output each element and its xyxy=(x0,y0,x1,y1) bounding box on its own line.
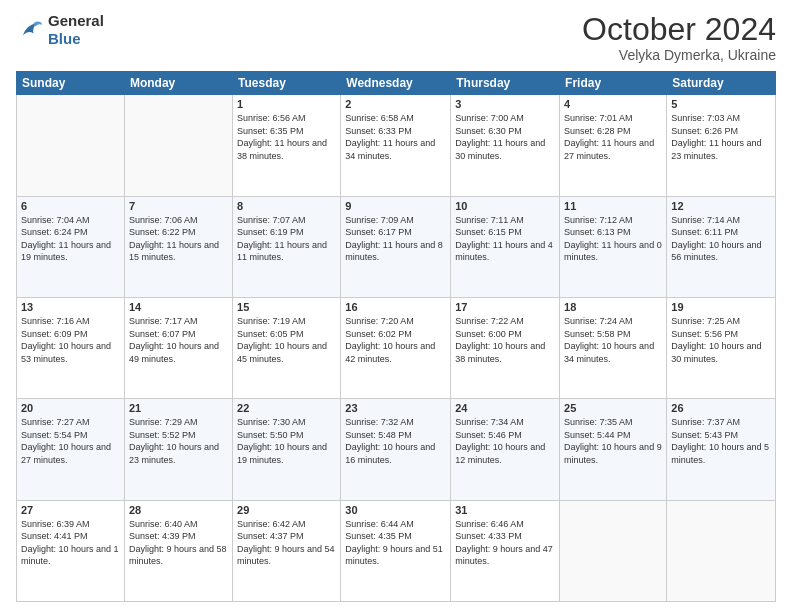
table-row: 12Sunrise: 7:14 AMSunset: 6:11 PMDayligh… xyxy=(667,196,776,297)
logo-icon xyxy=(16,16,44,44)
day-info: Sunrise: 6:42 AMSunset: 4:37 PMDaylight:… xyxy=(237,518,336,568)
table-row xyxy=(17,95,125,196)
header-thursday: Thursday xyxy=(451,72,560,95)
day-info: Sunrise: 7:22 AMSunset: 6:00 PMDaylight:… xyxy=(455,315,555,365)
table-row: 4Sunrise: 7:01 AMSunset: 6:28 PMDaylight… xyxy=(560,95,667,196)
table-row: 5Sunrise: 7:03 AMSunset: 6:26 PMDaylight… xyxy=(667,95,776,196)
table-row: 17Sunrise: 7:22 AMSunset: 6:00 PMDayligh… xyxy=(451,297,560,398)
table-row: 18Sunrise: 7:24 AMSunset: 5:58 PMDayligh… xyxy=(560,297,667,398)
header-friday: Friday xyxy=(560,72,667,95)
logo: General Blue xyxy=(16,12,104,48)
day-info: Sunrise: 6:40 AMSunset: 4:39 PMDaylight:… xyxy=(129,518,228,568)
day-info: Sunrise: 7:34 AMSunset: 5:46 PMDaylight:… xyxy=(455,416,555,466)
table-row: 22Sunrise: 7:30 AMSunset: 5:50 PMDayligh… xyxy=(233,399,341,500)
table-row: 10Sunrise: 7:11 AMSunset: 6:15 PMDayligh… xyxy=(451,196,560,297)
calendar-week-row: 6Sunrise: 7:04 AMSunset: 6:24 PMDaylight… xyxy=(17,196,776,297)
header-sunday: Sunday xyxy=(17,72,125,95)
day-info: Sunrise: 7:11 AMSunset: 6:15 PMDaylight:… xyxy=(455,214,555,264)
day-info: Sunrise: 6:46 AMSunset: 4:33 PMDaylight:… xyxy=(455,518,555,568)
day-number: 10 xyxy=(455,200,555,212)
day-info: Sunrise: 7:14 AMSunset: 6:11 PMDaylight:… xyxy=(671,214,771,264)
day-info: Sunrise: 7:19 AMSunset: 6:05 PMDaylight:… xyxy=(237,315,336,365)
day-number: 11 xyxy=(564,200,662,212)
table-row: 3Sunrise: 7:00 AMSunset: 6:30 PMDaylight… xyxy=(451,95,560,196)
day-info: Sunrise: 7:03 AMSunset: 6:26 PMDaylight:… xyxy=(671,112,771,162)
table-row: 31Sunrise: 6:46 AMSunset: 4:33 PMDayligh… xyxy=(451,500,560,601)
day-number: 27 xyxy=(21,504,120,516)
day-info: Sunrise: 7:12 AMSunset: 6:13 PMDaylight:… xyxy=(564,214,662,264)
table-row: 23Sunrise: 7:32 AMSunset: 5:48 PMDayligh… xyxy=(341,399,451,500)
table-row: 11Sunrise: 7:12 AMSunset: 6:13 PMDayligh… xyxy=(560,196,667,297)
table-row: 8Sunrise: 7:07 AMSunset: 6:19 PMDaylight… xyxy=(233,196,341,297)
weekday-header-row: Sunday Monday Tuesday Wednesday Thursday… xyxy=(17,72,776,95)
table-row xyxy=(667,500,776,601)
logo-blue: Blue xyxy=(48,30,104,48)
day-info: Sunrise: 7:01 AMSunset: 6:28 PMDaylight:… xyxy=(564,112,662,162)
table-row: 24Sunrise: 7:34 AMSunset: 5:46 PMDayligh… xyxy=(451,399,560,500)
day-number: 3 xyxy=(455,98,555,110)
logo-text: General Blue xyxy=(48,12,104,48)
table-row: 9Sunrise: 7:09 AMSunset: 6:17 PMDaylight… xyxy=(341,196,451,297)
day-info: Sunrise: 7:37 AMSunset: 5:43 PMDaylight:… xyxy=(671,416,771,466)
day-number: 19 xyxy=(671,301,771,313)
day-number: 21 xyxy=(129,402,228,414)
day-info: Sunrise: 7:16 AMSunset: 6:09 PMDaylight:… xyxy=(21,315,120,365)
table-row: 1Sunrise: 6:56 AMSunset: 6:35 PMDaylight… xyxy=(233,95,341,196)
day-number: 9 xyxy=(345,200,446,212)
table-row: 21Sunrise: 7:29 AMSunset: 5:52 PMDayligh… xyxy=(124,399,232,500)
day-number: 17 xyxy=(455,301,555,313)
day-number: 25 xyxy=(564,402,662,414)
day-info: Sunrise: 7:04 AMSunset: 6:24 PMDaylight:… xyxy=(21,214,120,264)
day-number: 23 xyxy=(345,402,446,414)
day-info: Sunrise: 7:07 AMSunset: 6:19 PMDaylight:… xyxy=(237,214,336,264)
day-number: 30 xyxy=(345,504,446,516)
day-number: 18 xyxy=(564,301,662,313)
day-number: 4 xyxy=(564,98,662,110)
day-info: Sunrise: 6:39 AMSunset: 4:41 PMDaylight:… xyxy=(21,518,120,568)
day-number: 26 xyxy=(671,402,771,414)
table-row: 30Sunrise: 6:44 AMSunset: 4:35 PMDayligh… xyxy=(341,500,451,601)
day-info: Sunrise: 7:20 AMSunset: 6:02 PMDaylight:… xyxy=(345,315,446,365)
calendar-week-row: 20Sunrise: 7:27 AMSunset: 5:54 PMDayligh… xyxy=(17,399,776,500)
logo-general: General xyxy=(48,12,104,30)
day-info: Sunrise: 7:25 AMSunset: 5:56 PMDaylight:… xyxy=(671,315,771,365)
day-number: 6 xyxy=(21,200,120,212)
table-row: 20Sunrise: 7:27 AMSunset: 5:54 PMDayligh… xyxy=(17,399,125,500)
day-number: 13 xyxy=(21,301,120,313)
day-number: 15 xyxy=(237,301,336,313)
table-row: 29Sunrise: 6:42 AMSunset: 4:37 PMDayligh… xyxy=(233,500,341,601)
calendar-week-row: 27Sunrise: 6:39 AMSunset: 4:41 PMDayligh… xyxy=(17,500,776,601)
day-number: 12 xyxy=(671,200,771,212)
day-info: Sunrise: 7:17 AMSunset: 6:07 PMDaylight:… xyxy=(129,315,228,365)
day-number: 16 xyxy=(345,301,446,313)
table-row: 26Sunrise: 7:37 AMSunset: 5:43 PMDayligh… xyxy=(667,399,776,500)
location-subtitle: Velyka Dymerka, Ukraine xyxy=(582,47,776,63)
table-row: 27Sunrise: 6:39 AMSunset: 4:41 PMDayligh… xyxy=(17,500,125,601)
day-number: 8 xyxy=(237,200,336,212)
day-number: 2 xyxy=(345,98,446,110)
table-row: 16Sunrise: 7:20 AMSunset: 6:02 PMDayligh… xyxy=(341,297,451,398)
title-area: October 2024 Velyka Dymerka, Ukraine xyxy=(582,12,776,63)
table-row: 25Sunrise: 7:35 AMSunset: 5:44 PMDayligh… xyxy=(560,399,667,500)
table-row xyxy=(560,500,667,601)
header-monday: Monday xyxy=(124,72,232,95)
page: General Blue October 2024 Velyka Dymerka… xyxy=(0,0,792,612)
day-number: 29 xyxy=(237,504,336,516)
day-info: Sunrise: 7:27 AMSunset: 5:54 PMDaylight:… xyxy=(21,416,120,466)
table-row: 14Sunrise: 7:17 AMSunset: 6:07 PMDayligh… xyxy=(124,297,232,398)
table-row: 7Sunrise: 7:06 AMSunset: 6:22 PMDaylight… xyxy=(124,196,232,297)
day-info: Sunrise: 7:30 AMSunset: 5:50 PMDaylight:… xyxy=(237,416,336,466)
table-row: 15Sunrise: 7:19 AMSunset: 6:05 PMDayligh… xyxy=(233,297,341,398)
day-info: Sunrise: 7:35 AMSunset: 5:44 PMDaylight:… xyxy=(564,416,662,466)
calendar-week-row: 13Sunrise: 7:16 AMSunset: 6:09 PMDayligh… xyxy=(17,297,776,398)
header-saturday: Saturday xyxy=(667,72,776,95)
header: General Blue October 2024 Velyka Dymerka… xyxy=(16,12,776,63)
table-row: 2Sunrise: 6:58 AMSunset: 6:33 PMDaylight… xyxy=(341,95,451,196)
table-row: 13Sunrise: 7:16 AMSunset: 6:09 PMDayligh… xyxy=(17,297,125,398)
month-title: October 2024 xyxy=(582,12,776,47)
day-info: Sunrise: 7:00 AMSunset: 6:30 PMDaylight:… xyxy=(455,112,555,162)
day-number: 22 xyxy=(237,402,336,414)
day-number: 20 xyxy=(21,402,120,414)
day-info: Sunrise: 6:58 AMSunset: 6:33 PMDaylight:… xyxy=(345,112,446,162)
table-row: 28Sunrise: 6:40 AMSunset: 4:39 PMDayligh… xyxy=(124,500,232,601)
